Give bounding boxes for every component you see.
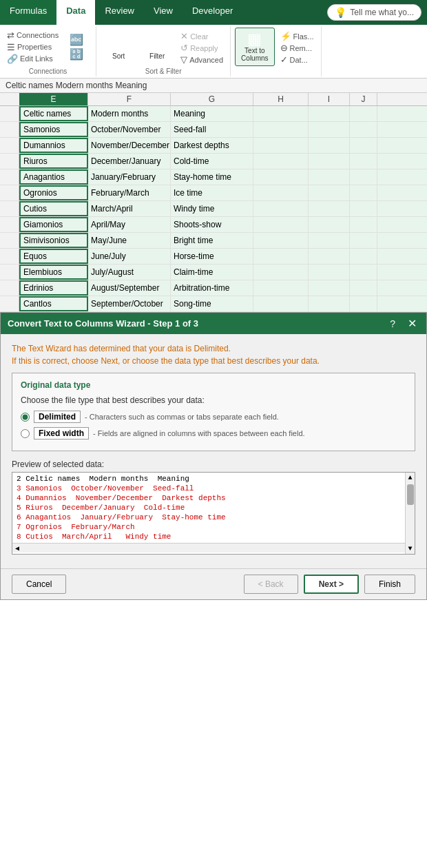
cell[interactable]: December/January <box>88 154 171 169</box>
col-header-F[interactable]: F <box>88 93 171 105</box>
cell[interactable] <box>350 280 377 296</box>
dialog-close-btn[interactable]: ✕ <box>405 317 419 330</box>
data-validation-btn[interactable]: ✓ Dat... <box>278 54 317 65</box>
cell[interactable] <box>253 201 309 216</box>
tab-review[interactable]: Review <box>95 0 144 25</box>
hscroll-left-btn[interactable]: ◀ <box>12 543 22 554</box>
cell[interactable] <box>253 169 309 185</box>
cell[interactable]: Modern months <box>88 106 171 121</box>
remove-dup-btn[interactable]: ⊖ Rem... <box>278 42 317 54</box>
cell[interactable] <box>350 154 377 169</box>
cell[interactable]: May/June <box>88 233 171 248</box>
cell[interactable]: Celtic names <box>19 106 88 121</box>
cell[interactable] <box>309 169 350 185</box>
col-header-E[interactable]: E <box>19 93 88 105</box>
cell[interactable] <box>350 106 377 121</box>
cell[interactable]: Equos <box>19 249 88 264</box>
cell[interactable]: November/December <box>88 138 171 153</box>
cell[interactable] <box>253 280 309 296</box>
cell[interactable] <box>309 217 350 232</box>
cell[interactable] <box>350 169 377 185</box>
back-button[interactable]: < Back <box>244 575 298 594</box>
cell[interactable]: Dumannios <box>19 138 88 153</box>
cell[interactable]: Ice time <box>171 185 253 200</box>
cell[interactable]: Simivisonios <box>19 233 88 248</box>
cell[interactable]: September/October <box>88 296 171 311</box>
cell[interactable]: Seed-fall <box>171 122 253 137</box>
cell[interactable] <box>309 154 350 169</box>
cell[interactable] <box>309 233 350 248</box>
cell[interactable]: Windy time <box>171 201 253 216</box>
radio-fixed[interactable] <box>21 429 30 438</box>
edit-links-btn[interactable]: 🔗 Edit Links <box>4 53 61 65</box>
cell[interactable] <box>350 233 377 248</box>
cell[interactable]: Cutios <box>19 201 88 216</box>
col-header-I[interactable]: I <box>309 93 350 105</box>
tab-formulas[interactable]: Formulas <box>0 0 56 25</box>
filter-btn[interactable]: ▽ Filter <box>139 28 175 66</box>
cell[interactable] <box>309 265 350 280</box>
preview-hscroll[interactable]: ◀ <box>12 543 415 552</box>
cell[interactable]: Arbitration-time <box>171 280 253 296</box>
cell[interactable] <box>350 265 377 280</box>
cell[interactable] <box>350 201 377 216</box>
cell[interactable]: Cantlos <box>19 296 88 311</box>
col-header-G[interactable]: G <box>171 93 253 105</box>
cell[interactable]: October/November <box>88 122 171 137</box>
advanced-btn[interactable]: ▽ Advanced <box>178 54 226 65</box>
cell[interactable] <box>350 296 377 311</box>
dialog-help-btn[interactable]: ? <box>387 318 398 329</box>
cell[interactable] <box>309 138 350 153</box>
cell[interactable] <box>253 106 309 121</box>
cell[interactable] <box>253 233 309 248</box>
sort-za-btn[interactable]: 🔡 <box>64 47 89 61</box>
cell[interactable] <box>253 296 309 311</box>
cell[interactable]: Meaning <box>171 106 253 121</box>
col-header-H[interactable]: H <box>253 93 309 105</box>
text-to-columns-btn[interactable]: ▦ Text to Columns <box>235 28 274 66</box>
preview-scrollbar[interactable]: ▲ ▼ <box>405 473 415 554</box>
col-header-J[interactable]: J <box>350 93 377 105</box>
tab-developer[interactable]: Developer <box>183 0 242 25</box>
cell[interactable] <box>253 217 309 232</box>
cell[interactable]: February/March <box>88 185 171 200</box>
cell[interactable]: January/February <box>88 169 171 185</box>
cell[interactable] <box>309 185 350 200</box>
cell[interactable]: April/May <box>88 217 171 232</box>
cell[interactable]: Horse-time <box>171 249 253 264</box>
cell[interactable] <box>253 185 309 200</box>
scroll-down-btn[interactable]: ▼ <box>406 544 413 554</box>
flash-fill-btn[interactable]: ⚡ Flas... <box>278 30 317 42</box>
preview-box[interactable]: 2 Celtic names Modern months Meaning 3 S… <box>12 472 415 555</box>
next-button[interactable]: Next > <box>304 575 359 594</box>
cell[interactable]: July/August <box>88 265 171 280</box>
cell[interactable] <box>350 217 377 232</box>
cell[interactable]: March/April <box>88 201 171 216</box>
cell[interactable] <box>350 138 377 153</box>
cell[interactable]: Riuros <box>19 154 88 169</box>
finish-button[interactable]: Finish <box>364 575 415 594</box>
cell[interactable]: August/September <box>88 280 171 296</box>
cell[interactable] <box>309 106 350 121</box>
connections-btn[interactable]: ⇄ Connections <box>4 30 61 41</box>
tell-me-box[interactable]: 💡 Tell me what yo... <box>327 4 421 21</box>
sort-btn[interactable]: ↕ Sort <box>101 28 136 66</box>
cell[interactable]: Samonios <box>19 122 88 137</box>
cell[interactable] <box>350 185 377 200</box>
cell[interactable] <box>309 201 350 216</box>
cell[interactable]: Stay-home time <box>171 169 253 185</box>
sort-az-btn[interactable]: 🔤 <box>64 32 89 47</box>
cell[interactable]: Elembiuos <box>19 265 88 280</box>
cell[interactable]: Darkest depths <box>171 138 253 153</box>
tab-data[interactable]: Data <box>56 0 95 25</box>
cell[interactable]: Shoots-show <box>171 217 253 232</box>
cell[interactable] <box>309 296 350 311</box>
cell[interactable] <box>309 280 350 296</box>
cell[interactable]: Giamonios <box>19 217 88 232</box>
clear-btn[interactable]: ✕ Clear <box>178 30 226 42</box>
cell[interactable] <box>350 122 377 137</box>
cell[interactable] <box>253 249 309 264</box>
cell[interactable]: Anagantios <box>19 169 88 185</box>
cell[interactable] <box>309 122 350 137</box>
cell[interactable] <box>253 154 309 169</box>
